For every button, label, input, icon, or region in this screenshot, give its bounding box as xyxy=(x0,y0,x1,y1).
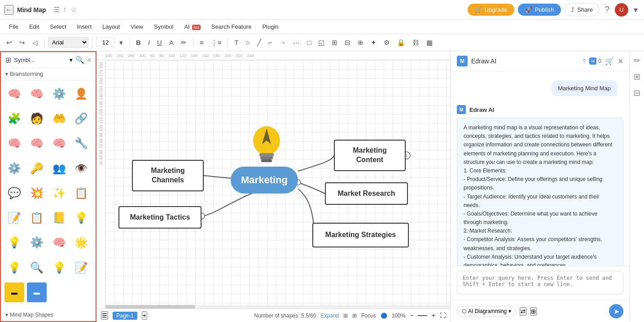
share-button[interactable]: ⤴ Share xyxy=(565,3,600,16)
zoom-out-button[interactable]: − xyxy=(410,312,413,319)
menu-plugin[interactable]: Plugin xyxy=(258,22,283,32)
menu-ai[interactable]: AI hot xyxy=(180,22,205,32)
menu-symbol[interactable]: Symbol xyxy=(149,22,178,32)
node-channels[interactable]: MarketingChannels xyxy=(132,160,204,191)
font-size-input[interactable] xyxy=(96,38,115,47)
icon-bulb-simple[interactable]: 💡 xyxy=(4,258,24,278)
menu-search[interactable]: Search Feature xyxy=(207,22,256,32)
menu-insert[interactable]: Insert xyxy=(73,22,96,32)
icon-burst-red[interactable]: 💥 xyxy=(27,183,47,203)
brainstorming-section[interactable]: ▾ Brainstorming xyxy=(1,68,96,80)
icon-brain-green[interactable]: 🧠 xyxy=(4,84,24,104)
expand-label[interactable]: Expand xyxy=(320,313,339,319)
fullscreen-button[interactable]: ⛶ xyxy=(440,312,446,319)
upgrade-button[interactable]: 🛒 Upgrade xyxy=(468,4,514,16)
connector-button[interactable]: ⌐ xyxy=(266,37,275,48)
page-layout-button[interactable]: ☰ xyxy=(101,311,108,320)
panel-dropdown-icon[interactable]: ▾ xyxy=(70,57,73,63)
chat-option-1[interactable]: ⇄ xyxy=(520,307,526,316)
layers-icon[interactable]: ⊞ xyxy=(343,313,348,319)
account-dropdown[interactable]: ▾ xyxy=(632,3,640,17)
icon-people[interactable]: 👥 xyxy=(49,159,69,178)
bookmark-icon[interactable]: ☰ xyxy=(53,5,60,14)
bold-button[interactable]: B xyxy=(133,37,144,48)
icon-magnifier[interactable]: 🔍 xyxy=(27,258,47,278)
prev-button[interactable]: ◁ xyxy=(30,37,40,49)
shape4-button[interactable]: ⊟ xyxy=(342,37,353,49)
edge-pen-button[interactable]: ✏ xyxy=(634,56,640,66)
text-button[interactable]: T xyxy=(232,37,241,48)
icon-brain-red[interactable]: 🧠 xyxy=(4,133,24,153)
icon-head-teal[interactable]: 🧑 xyxy=(27,109,47,128)
shape7-button[interactable]: ⚙ xyxy=(381,37,392,49)
icon-notebook[interactable]: 📒 xyxy=(49,208,69,228)
node-tactics[interactable]: Marketing Tactics xyxy=(118,206,202,229)
add-page-button[interactable]: + xyxy=(142,311,147,320)
table-button[interactable]: ▦ xyxy=(424,37,435,49)
icon-brain-pink2[interactable]: 🧠 xyxy=(27,133,47,153)
mode-select[interactable]: ⬡ AI Diagramming ▾ xyxy=(457,306,516,317)
canvas-area[interactable]: 240 260 280 300 60 80 100 120 140 160 18… xyxy=(96,51,450,322)
scrollbar-thumb[interactable] xyxy=(105,305,195,309)
icon-gear-brain[interactable]: ⚙️ xyxy=(49,84,69,104)
icon-key[interactable]: 🔑 xyxy=(27,159,47,178)
chat-option-2[interactable]: ⊞ xyxy=(530,307,537,316)
unlink-button[interactable]: ⛓ xyxy=(410,37,422,48)
shape6-button[interactable]: ✦ xyxy=(368,37,379,49)
arrow-button[interactable]: → xyxy=(276,37,289,48)
icon-list[interactable]: 📋 xyxy=(71,183,91,203)
panel-collapse-icon[interactable]: « xyxy=(87,56,91,64)
edge-table-button[interactable]: ⊟ xyxy=(634,88,640,98)
highlight-button[interactable]: ✏ xyxy=(178,37,189,49)
icon-bulb-bright[interactable]: 💡 xyxy=(4,233,24,252)
shape2-button[interactable]: ◱ xyxy=(315,37,327,49)
crop-icon[interactable]: ⊞ xyxy=(352,313,357,319)
redo-button[interactable]: ↪ xyxy=(17,37,28,49)
style-button[interactable]: ○ xyxy=(243,37,253,48)
italic-button[interactable]: I xyxy=(145,37,153,48)
icon-puzzle[interactable]: 🧩 xyxy=(4,109,24,128)
icon-burst-yellow[interactable]: ✨ xyxy=(49,183,69,203)
menu-file[interactable]: File xyxy=(4,22,23,32)
icon-notepad[interactable]: 📝 xyxy=(4,208,24,228)
icon-note[interactable]: 📝 xyxy=(71,258,91,278)
font-select[interactable]: Arial xyxy=(48,37,88,48)
publish-button[interactable]: 🚀 Publish xyxy=(518,4,561,16)
focus-label[interactable]: Focus xyxy=(361,313,376,319)
scrollbar-horizontal[interactable] xyxy=(105,305,450,309)
shape3-button[interactable]: ⊞ xyxy=(329,37,340,49)
canvas[interactable]: i Marketing xyxy=(105,60,450,309)
menu-edit[interactable]: Edit xyxy=(25,22,44,32)
icon-cog-blue[interactable]: ⚙️ xyxy=(27,233,47,252)
zoom-in-button[interactable]: + xyxy=(432,312,435,319)
avatar[interactable]: U xyxy=(615,3,628,17)
icon-brain-gear[interactable]: 🔧 xyxy=(71,133,91,153)
icon-eye-green[interactable]: 👁️ xyxy=(71,159,91,178)
icon-chat-yellow[interactable]: 💬 xyxy=(4,183,24,203)
ai-close-button[interactable]: ✕ xyxy=(618,57,623,66)
share-title-icon[interactable]: ↑ xyxy=(63,5,67,14)
icon-gear-red[interactable]: ⚙️ xyxy=(4,159,24,178)
icon-bulb-sm[interactable]: 💡 xyxy=(49,258,69,278)
icon-shape-blue[interactable]: ▬ xyxy=(27,282,47,302)
help-button[interactable]: ? xyxy=(603,3,611,16)
icon-clipboard-pen[interactable]: 📋 xyxy=(27,208,47,228)
align-option-button[interactable]: ⋮≡ xyxy=(208,37,224,49)
dash-button[interactable]: ⋯ xyxy=(290,37,302,49)
icon-brain-plain[interactable]: 🧠 xyxy=(49,133,69,153)
icon-bulb-yellow[interactable]: 💡 xyxy=(71,208,91,228)
undo-button[interactable]: ↩ xyxy=(4,37,15,49)
star-icon[interactable]: ☆ xyxy=(70,5,77,14)
icon-brain-pink[interactable]: 🧠 xyxy=(27,84,47,104)
shape1-button[interactable]: □ xyxy=(304,37,314,48)
chat-input[interactable] xyxy=(457,271,623,294)
icon-brain-blue[interactable]: 🧠 xyxy=(49,233,69,252)
back-button[interactable]: ← xyxy=(4,5,13,15)
edge-grid-button[interactable]: ⊞ xyxy=(634,72,640,82)
shape5-button[interactable]: ⊕ xyxy=(355,37,366,49)
node-research[interactable]: Market Research xyxy=(325,182,408,205)
font-size-dropdown[interactable]: ▾ xyxy=(117,37,126,49)
icon-head-network[interactable]: 🔗 xyxy=(71,109,91,128)
send-button[interactable]: ➤ xyxy=(609,304,623,318)
menu-layout[interactable]: Layout xyxy=(98,22,124,32)
